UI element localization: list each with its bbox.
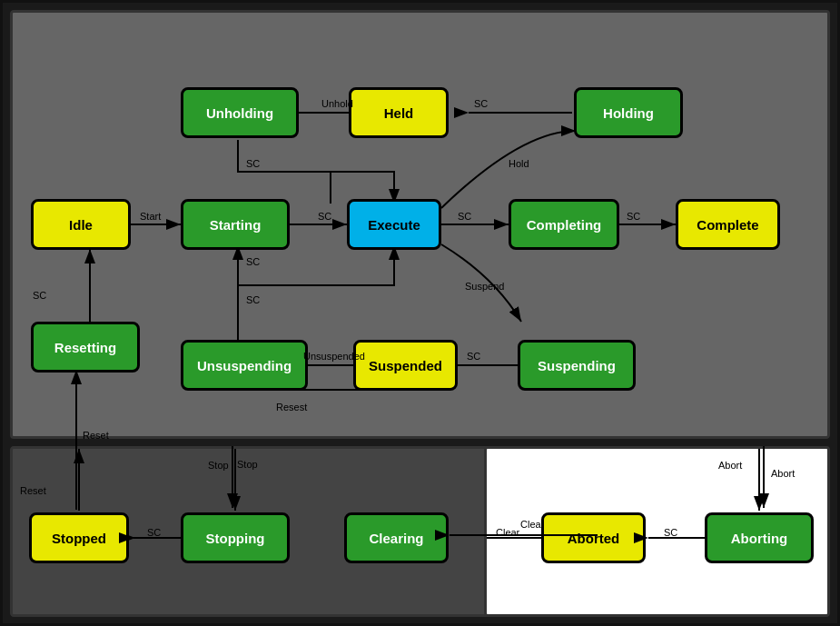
- state-complete: Complete: [676, 199, 780, 250]
- state-suspended: Suspended: [353, 340, 458, 391]
- state-unsuspending: Unsuspending: [181, 340, 308, 391]
- label-suspend: Suspend: [465, 281, 504, 292]
- label-sc-starting: SC: [246, 256, 260, 267]
- state-unholding: Unholding: [181, 87, 299, 138]
- label-sc-unsuspending: SC: [246, 294, 260, 305]
- label-unhold: Unhold: [321, 98, 353, 109]
- state-aborted: Aborted: [541, 512, 646, 563]
- label-sc-stopping: SC: [147, 527, 161, 538]
- label-sc-1: SC: [318, 211, 331, 222]
- state-aborting: Aborting: [705, 512, 814, 563]
- state-clearing: Clearing: [344, 512, 449, 563]
- state-suspending: Suspending: [518, 340, 636, 391]
- top-panel: Idle Starting Execute Completing Complet…: [10, 10, 830, 439]
- state-stopped: Stopped: [29, 512, 129, 563]
- label-resest: Resest: [276, 402, 307, 412]
- state-execute: Execute: [347, 199, 441, 250]
- state-completing: Completing: [509, 199, 619, 250]
- label-sc-2: SC: [458, 211, 471, 222]
- bottom-right-panel: Aborted Aborting SC Abort Clear: [484, 446, 830, 617]
- label-sc-unholding: SC: [246, 158, 260, 169]
- label-clear: Clear: [496, 527, 519, 538]
- label-sc-3: SC: [627, 211, 640, 222]
- label-unsuspended: Unsuspended: [303, 351, 365, 362]
- state-starting: Starting: [181, 199, 290, 250]
- bottom-left-panel: Stopped Stopping Clearing SC Stop Reset: [10, 446, 491, 617]
- state-resetting: Resetting: [31, 322, 140, 373]
- label-sc-held: SC: [474, 98, 488, 109]
- state-held: Held: [349, 87, 449, 138]
- state-idle: Idle: [31, 199, 131, 250]
- state-holding: Holding: [574, 87, 683, 138]
- label-stop: Stop: [208, 460, 229, 471]
- main-container: Idle Starting Execute Completing Complet…: [0, 0, 840, 626]
- label-hold: Hold: [509, 158, 529, 169]
- label-start: Start: [140, 211, 161, 222]
- label-sc-resetting: SC: [33, 290, 46, 301]
- label-sc-aborting: SC: [664, 527, 677, 538]
- label-abort: Abort: [718, 460, 742, 471]
- label-sc-suspending: SC: [467, 351, 480, 362]
- state-stopping: Stopping: [181, 512, 290, 563]
- label-reset: Reset: [20, 485, 46, 496]
